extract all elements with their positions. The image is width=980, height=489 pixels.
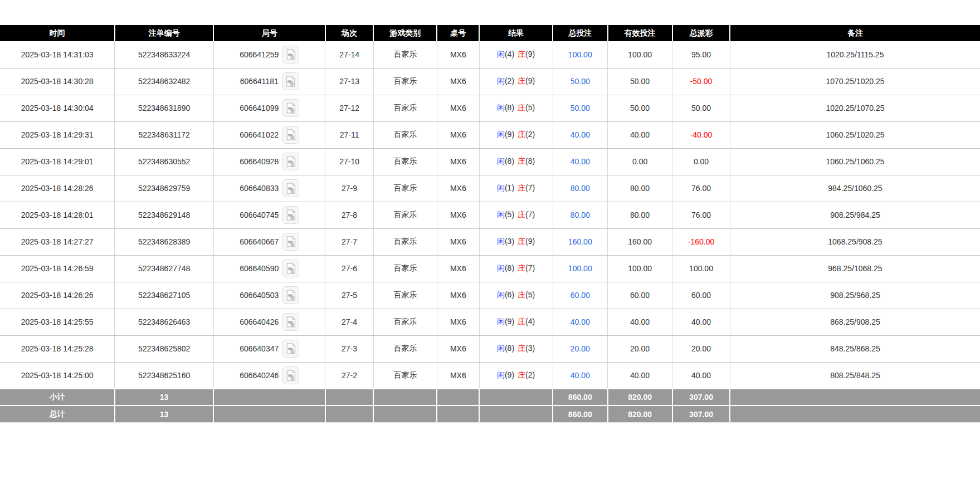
video-replay-button[interactable] [282, 340, 299, 358]
total-bet-cell[interactable]: 50.00 [553, 68, 608, 95]
banker-score: (3) [525, 344, 535, 353]
total-bet-cell[interactable]: 40.00 [553, 309, 608, 335]
banker-score: (5) [525, 290, 535, 299]
total-bet-cell[interactable]: 20.00 [553, 335, 608, 362]
total-bet-cell[interactable]: 60.00 [553, 282, 608, 309]
round-number: 606641259 [240, 50, 279, 59]
valid-bet-cell: 50.00 [608, 95, 672, 121]
table-row: 2025-03-18 14:25:00 522348625160 6066402… [0, 362, 980, 389]
result-cell: 闲(9)庄(2) [479, 121, 553, 148]
time-cell: 2025-03-18 14:25:28 [0, 335, 115, 362]
table-no-cell: MX6 [437, 68, 479, 95]
video-replay-button[interactable] [282, 206, 299, 224]
session-cell: 27-9 [325, 175, 373, 202]
video-replay-button[interactable] [282, 72, 299, 90]
video-replay-button[interactable] [282, 233, 299, 251]
round-cell: 606640503 [213, 282, 325, 309]
column-header-payout: 总派彩 [672, 25, 730, 41]
table-footer: 小计 13 860.00 820.00 307.00 总计 13 860.00 … [0, 389, 980, 422]
round-number: 606641099 [240, 104, 279, 113]
game-type-cell: 百家乐 [373, 175, 437, 202]
banker-label: 庄 [518, 76, 525, 85]
video-replay-button[interactable] [282, 179, 299, 197]
video-file-icon [286, 76, 295, 87]
video-replay-button[interactable] [282, 153, 299, 170]
bet-records-table: 时间注单编号局号场次游戏类别桌号结果总投注有效投注总派彩备注 2025-03-1… [0, 25, 980, 422]
banker-score: (4) [525, 317, 535, 326]
payout-cell: 20.00 [672, 335, 730, 362]
video-replay-button[interactable] [282, 99, 299, 117]
banker-label: 庄 [518, 317, 525, 326]
video-file-icon [286, 209, 296, 221]
banker-score: (2) [525, 370, 535, 379]
total-bet-cell[interactable]: 80.00 [553, 175, 608, 202]
valid-bet-cell: 100.00 [608, 255, 672, 282]
table-row: 2025-03-18 14:31:03 522348633224 6066412… [0, 41, 980, 68]
total-bet-cell[interactable]: 50.00 [553, 95, 608, 121]
game-type-cell: 百家乐 [373, 255, 437, 282]
result-cell: 闲(3)庄(9) [479, 228, 553, 255]
valid-bet-cell: 40.00 [608, 362, 672, 389]
time-cell: 2025-03-18 14:26:26 [0, 282, 115, 309]
payout-cell: -40.00 [672, 121, 730, 148]
bet-id-cell: 522348630552 [115, 148, 214, 175]
video-replay-button[interactable] [282, 286, 299, 304]
round-number: 606640347 [240, 344, 279, 353]
bet-id-cell: 522348629759 [115, 175, 214, 202]
summary-valid-bet-cell: 820.00 [608, 405, 672, 422]
player-score: (8) [505, 157, 514, 165]
summary-payout-cell: 307.00 [672, 389, 730, 405]
player-label: 闲 [497, 103, 505, 112]
summary-label-cell: 小计 [0, 389, 115, 405]
player-label: 闲 [497, 50, 505, 58]
result-cell: 闲(8)庄(5) [479, 95, 553, 121]
remark-cell: 1060.25/1020.25 [730, 121, 980, 148]
payout-cell: 100.00 [672, 255, 730, 282]
bet-id-cell: 522348631890 [115, 95, 214, 121]
column-header-round: 局号 [213, 25, 325, 41]
summary-empty-result-cell [479, 405, 553, 422]
player-label: 闲 [497, 370, 505, 379]
time-cell: 2025-03-18 14:28:01 [0, 202, 115, 228]
remark-cell: 808.25/848.25 [730, 362, 980, 389]
summary-row: 总计 13 860.00 820.00 307.00 [0, 405, 980, 422]
table-row: 2025-03-18 14:27:27 522348628389 6066406… [0, 228, 980, 255]
player-label: 闲 [497, 237, 505, 246]
total-bet-cell[interactable]: 160.00 [553, 228, 608, 255]
player-label: 闲 [497, 183, 505, 192]
player-label: 闲 [497, 157, 505, 165]
video-replay-button[interactable] [282, 366, 299, 384]
bet-id-cell: 522348626463 [115, 309, 214, 335]
bet-id-cell: 522348633224 [115, 41, 214, 68]
total-bet-cell[interactable]: 40.00 [553, 362, 608, 389]
player-score: (1) [505, 183, 514, 192]
total-bet-cell[interactable]: 80.00 [553, 202, 608, 228]
remark-cell: 984.25/1060.25 [730, 175, 980, 202]
table-row: 2025-03-18 14:29:31 522348631172 6066410… [0, 121, 980, 148]
remark-cell: 968.25/1068.25 [730, 255, 980, 282]
bet-id-cell: 522348625160 [115, 362, 214, 389]
video-replay-button[interactable] [282, 260, 299, 277]
remark-cell: 1068.25/908.25 [730, 228, 980, 255]
total-bet-cell[interactable]: 40.00 [553, 121, 608, 148]
summary-total-bet-cell: 860.00 [553, 405, 608, 422]
valid-bet-cell: 80.00 [608, 175, 672, 202]
time-cell: 2025-03-18 14:27:27 [0, 228, 115, 255]
table-no-cell: MX6 [437, 309, 479, 335]
bet-id-cell: 522348627748 [115, 255, 214, 282]
total-bet-cell[interactable]: 100.00 [553, 255, 608, 282]
session-cell: 27-2 [325, 362, 373, 389]
round-number: 606640426 [240, 317, 279, 326]
result-cell: 闲(8)庄(8) [479, 148, 553, 175]
total-bet-cell[interactable]: 40.00 [553, 148, 608, 175]
round-cell: 606641181 [213, 68, 325, 95]
player-score: (9) [505, 130, 514, 139]
banker-label: 庄 [518, 157, 525, 165]
video-replay-button[interactable] [282, 46, 299, 63]
table-row: 2025-03-18 14:30:28 522348632482 6066411… [0, 68, 980, 95]
banker-score: (9) [525, 237, 535, 246]
video-replay-button[interactable] [282, 126, 299, 144]
player-label: 闲 [497, 263, 505, 272]
total-bet-cell[interactable]: 100.00 [553, 41, 608, 68]
video-replay-button[interactable] [282, 313, 299, 331]
